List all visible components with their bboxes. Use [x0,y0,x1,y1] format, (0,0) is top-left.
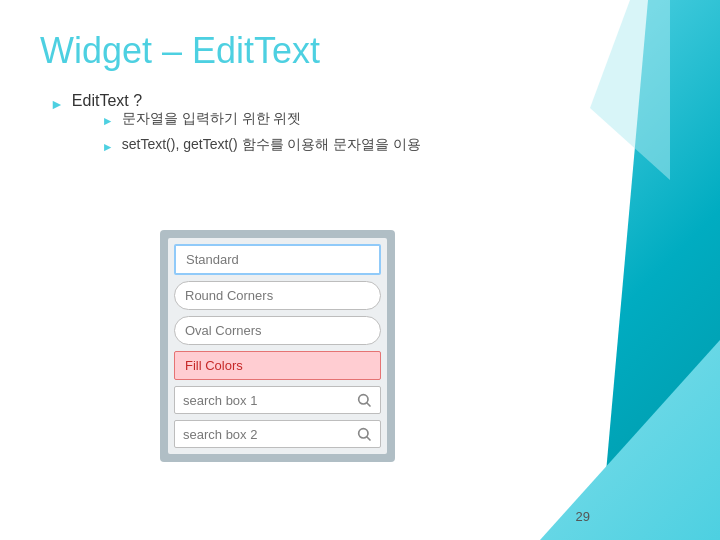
sub-item-2: ► setText(), getText() 함수를 이용해 문자열을 이용 [102,136,421,158]
sub-arrow-icon-2: ► [102,136,114,158]
bullet-item-main: ► EditText ? ► 문자열을 입력하기 위한 위젯 ► setText… [50,92,680,162]
edittext-search-box-2[interactable]: search box 2 [174,420,381,448]
edittext-fill-colors[interactable]: Fill Colors [174,351,381,380]
search-icon-2 [356,426,372,442]
main-content: Widget – EditText ► EditText ? ► 문자열을 입력… [0,0,720,198]
sub-text-2: setText(), getText() 함수를 이용해 문자열을 이용 [122,136,421,154]
phone-mockup: Standard Round Corners Oval Corners Fill… [160,230,395,462]
phone-inner: Standard Round Corners Oval Corners Fill… [168,238,387,454]
sub-arrow-icon-1: ► [102,110,114,132]
sub-list: ► 문자열을 입력하기 위한 위젯 ► setText(), getText()… [102,110,421,158]
edittext-round-corners[interactable]: Round Corners [174,281,381,310]
edittext-fill-colors-label: Fill Colors [185,358,243,373]
edittext-oval-corners[interactable]: Oval Corners [174,316,381,345]
page-number: 29 [576,509,590,524]
page-title: Widget – EditText [40,30,680,72]
edittext-standard-label: Standard [186,252,239,267]
search-icon-1 [356,392,372,408]
sub-item-1: ► 문자열을 입력하기 위한 위젯 [102,110,421,132]
edittext-round-corners-label: Round Corners [185,288,273,303]
edittext-search-box-1[interactable]: search box 1 [174,386,381,414]
svg-line-1 [367,403,370,406]
search-box-1-label: search box 1 [183,393,257,408]
svg-line-3 [367,437,370,440]
bullet-main-text: EditText ? [72,92,142,109]
sub-text-1: 문자열을 입력하기 위한 위젯 [122,110,302,128]
bullet-arrow-icon: ► [50,92,64,116]
search-box-2-label: search box 2 [183,427,257,442]
bullet-list: ► EditText ? ► 문자열을 입력하기 위한 위젯 ► setText… [50,92,680,162]
edittext-standard[interactable]: Standard [174,244,381,275]
edittext-oval-corners-label: Oval Corners [185,323,262,338]
